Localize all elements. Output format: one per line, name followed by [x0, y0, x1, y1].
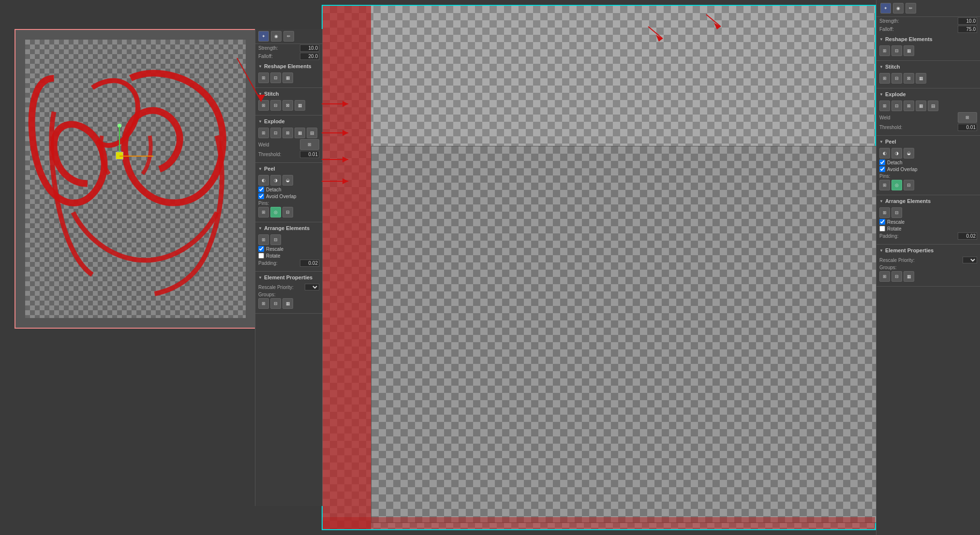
- center-panel-top-tools: ✦ ◉ ✏: [255, 29, 322, 44]
- right-pencil-btn[interactable]: ✏: [906, 3, 916, 14]
- right-explode-btn-5[interactable]: ▤: [928, 101, 938, 111]
- right-avoid-overlap-checkbox[interactable]: [879, 166, 885, 172]
- group-btn-2[interactable]: ⊟: [270, 298, 281, 309]
- group-btn-3[interactable]: ▦: [282, 298, 293, 309]
- arrange-section-title[interactable]: Arrange Elements: [258, 224, 319, 232]
- right-pin-btn-2[interactable]: ◎: [891, 180, 902, 190]
- right-group-btn-1[interactable]: ⊞: [879, 271, 890, 282]
- explode-btn-1[interactable]: ⊞: [258, 128, 269, 138]
- pin-btn-1[interactable]: ⊞: [258, 207, 269, 217]
- detach-checkbox[interactable]: [258, 187, 264, 192]
- peel-btn-1[interactable]: ◐: [258, 175, 269, 186]
- stitch-btn-1[interactable]: ⊞: [258, 100, 269, 111]
- stitch-btn-2[interactable]: ⊟: [270, 100, 281, 111]
- right-explode-title[interactable]: Explode: [879, 90, 977, 98]
- right-reshape-section: Reshape Elements ⊞ ⊟ ▦: [876, 33, 980, 61]
- right-explode-btn-4[interactable]: ▦: [916, 101, 926, 111]
- explode-section-title[interactable]: Explode: [258, 117, 319, 125]
- right-stitch-btn-4[interactable]: ▦: [916, 73, 926, 84]
- red-seam-band: [323, 6, 371, 529]
- right-peel-title[interactable]: Peel: [879, 138, 977, 145]
- right-stitch-btn-3[interactable]: ⊠: [904, 73, 914, 84]
- rescale-priority-select[interactable]: [305, 284, 319, 290]
- pin-btn-3[interactable]: ⊟: [282, 207, 293, 217]
- right-pin-btn-1[interactable]: ⊞: [879, 180, 890, 190]
- right-group-btn-3[interactable]: ▦: [904, 271, 914, 282]
- sphere-tool-btn[interactable]: ◉: [271, 31, 282, 42]
- right-detach-checkbox[interactable]: [879, 159, 885, 165]
- center-properties-panel: ✦ ◉ ✏ Strength: Falloff: Reshape Element…: [255, 29, 323, 506]
- avoid-overlap-checkbox[interactable]: [258, 193, 264, 199]
- right-explode-btn-3[interactable]: ⊠: [904, 101, 914, 111]
- uv-editor-viewport[interactable]: [322, 5, 876, 530]
- explode-btn-4[interactable]: ▦: [295, 128, 305, 138]
- right-rotate-checkbox[interactable]: [879, 226, 885, 231]
- element-properties-section-title[interactable]: Element Properties: [258, 274, 319, 281]
- reshape-section-title[interactable]: Reshape Elements: [258, 62, 319, 70]
- right-weld-btn[interactable]: ⊞: [958, 112, 977, 123]
- threshold-input[interactable]: [300, 151, 319, 158]
- right-peel-btn-1[interactable]: ◐: [879, 148, 890, 159]
- right-reshape-btn-2[interactable]: ⊟: [891, 45, 902, 56]
- weld-btn[interactable]: ⊞: [300, 139, 319, 150]
- peel-btn-3[interactable]: ◒: [282, 175, 293, 186]
- padding-input[interactable]: [300, 260, 319, 267]
- right-arrange-title[interactable]: Arrange Elements: [879, 197, 977, 205]
- right-arrange-btn-1[interactable]: ⊞: [879, 207, 890, 218]
- right-arrange-btn-2[interactable]: ⊟: [891, 207, 902, 218]
- right-falloff-input[interactable]: [958, 26, 977, 33]
- brush-tool-btn[interactable]: ✦: [258, 31, 269, 42]
- rescale-checkbox[interactable]: [258, 246, 264, 252]
- right-element-properties-title[interactable]: Element Properties: [879, 246, 977, 254]
- detach-row: Detach: [258, 187, 319, 192]
- reshape-btn-3[interactable]: ▦: [282, 72, 293, 83]
- right-reshape-btn-1[interactable]: ⊞: [879, 45, 890, 56]
- pin-btn-2[interactable]: ◎: [270, 207, 281, 217]
- left-3d-viewport[interactable]: [15, 29, 256, 329]
- pencil-tool-btn[interactable]: ✏: [283, 31, 294, 42]
- reshape-btn-2[interactable]: ⊟: [270, 72, 281, 83]
- right-peel-btn-3[interactable]: ◒: [904, 148, 914, 159]
- explode-content: ⊞ ⊟ ⊠ ▦ ▤ Weld ⊞ Threshold:: [258, 125, 319, 160]
- arrange-btn-2[interactable]: ⊟: [270, 234, 281, 245]
- stitch-btn-4[interactable]: ▦: [295, 100, 305, 111]
- stitch-btn-3[interactable]: ⊠: [282, 100, 293, 111]
- right-peel-btn-2[interactable]: ◑: [891, 148, 902, 159]
- right-group-btn-2[interactable]: ⊟: [891, 271, 902, 282]
- right-peel-section: Peel ◐ ◑ ◒ Detach Avoid Overlap Pins: ⊞ …: [876, 136, 980, 195]
- right-threshold-input[interactable]: [958, 124, 977, 131]
- right-stitch-btn-2[interactable]: ⊟: [891, 73, 902, 84]
- peel-btn-2[interactable]: ◑: [270, 175, 281, 186]
- right-brush-btn[interactable]: ✦: [880, 3, 891, 14]
- right-stitch-title[interactable]: Stitch: [879, 63, 977, 71]
- reshape-btn-1[interactable]: ⊞: [258, 72, 269, 83]
- right-explode-btn-1[interactable]: ⊞: [879, 101, 890, 111]
- right-sphere-btn[interactable]: ◉: [893, 3, 904, 14]
- explode-btn-2[interactable]: ⊟: [270, 128, 281, 138]
- explode-btn-5[interactable]: ▤: [307, 128, 317, 138]
- right-strength-input[interactable]: [958, 17, 977, 25]
- right-threshold-label: Threshold:: [879, 125, 902, 130]
- right-stitch-btn-1[interactable]: ⊞: [879, 73, 890, 84]
- rescale-priority-label: Rescale Priority:: [258, 285, 294, 290]
- falloff-input[interactable]: [300, 53, 319, 60]
- uv-mesh-drawing: [25, 40, 246, 318]
- right-explode-btn-2[interactable]: ⊟: [891, 101, 902, 111]
- peel-section-title[interactable]: Peel: [258, 165, 319, 173]
- group-btn-1[interactable]: ⊞: [258, 298, 269, 309]
- right-rescale-priority-select[interactable]: [963, 257, 977, 263]
- right-padding-input[interactable]: [958, 232, 977, 240]
- rotate-checkbox[interactable]: [258, 253, 264, 259]
- strength-input[interactable]: [300, 44, 319, 52]
- padding-row: Padding:: [258, 260, 319, 267]
- falloff-label: Falloff:: [258, 54, 273, 59]
- right-reshape-title[interactable]: Reshape Elements: [879, 35, 977, 43]
- right-pin-btn-3[interactable]: ⊟: [904, 180, 914, 190]
- right-reshape-btn-3[interactable]: ▦: [904, 45, 914, 56]
- padding-label: Padding:: [258, 260, 277, 266]
- arrange-btn-1[interactable]: ⊞: [258, 234, 269, 245]
- red-bottom-band: [323, 517, 875, 529]
- right-rescale-checkbox[interactable]: [879, 219, 885, 225]
- stitch-section-title[interactable]: Stitch: [258, 90, 319, 98]
- explode-btn-3[interactable]: ⊠: [282, 128, 293, 138]
